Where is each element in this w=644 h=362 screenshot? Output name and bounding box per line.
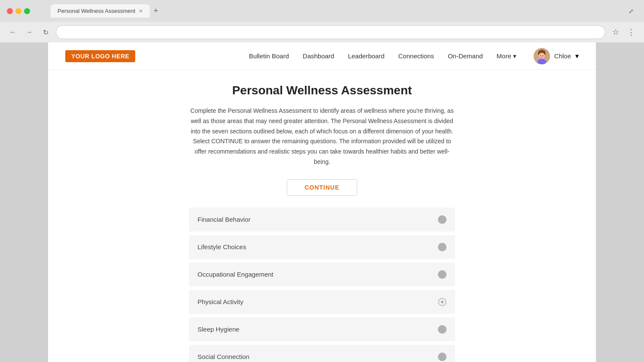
section-list: Financial Behavior Lifestyle Choices Occ…: [189, 208, 455, 362]
minimize-window-button[interactable]: [15, 8, 21, 14]
address-bar[interactable]: [56, 25, 605, 39]
user-area[interactable]: Chloe ▾: [534, 48, 579, 64]
svg-point-5: [542, 55, 543, 56]
tab-close-button[interactable]: ✕: [139, 8, 143, 14]
logo-area: YOUR LOGO HERE: [65, 50, 135, 62]
section-status-indicator: [438, 243, 447, 251]
logo: YOUR LOGO HERE: [65, 50, 135, 62]
browser-tab[interactable]: Personal Wellness Assessment ✕: [51, 4, 150, 18]
close-window-button[interactable]: [7, 8, 13, 14]
nav-links: Bulletin Board Dashboard Leaderboard Con…: [249, 52, 516, 60]
maximize-window-button[interactable]: [24, 8, 30, 14]
nav-connections[interactable]: Connections: [398, 52, 434, 60]
browser-titlebar: Personal Wellness Assessment ✕ + ⤢: [0, 0, 644, 22]
section-financial-behavior[interactable]: Financial Behavior: [189, 208, 455, 232]
continue-btn-wrap: CONTINUE: [189, 179, 455, 196]
section-sleep-hygiene[interactable]: Sleep Hygiene: [189, 317, 455, 341]
section-status-indicator: [438, 353, 447, 361]
browser-chrome: Personal Wellness Assessment ✕ + ⤢ ← → ↻…: [0, 0, 644, 42]
section-physical-activity[interactable]: Physical Activity: [189, 290, 455, 314]
back-button[interactable]: ←: [7, 26, 19, 38]
page-title: Personal Wellness Assessment: [189, 84, 455, 97]
user-name: Chloe: [554, 52, 571, 60]
avatar: [534, 48, 550, 64]
section-status-indicator: [438, 270, 447, 279]
section-label: Financial Behavior: [197, 216, 250, 223]
nav-dashboard[interactable]: Dashboard: [303, 52, 334, 60]
forward-button[interactable]: →: [23, 26, 35, 38]
section-label: Social Connection: [197, 353, 249, 360]
section-label: Physical Activity: [197, 298, 243, 305]
page-content: Personal Wellness Assessment Complete th…: [172, 70, 472, 362]
nav-bulletin-board[interactable]: Bulletin Board: [249, 52, 289, 60]
section-occupational-engagement[interactable]: Occupational Engagement: [189, 262, 455, 287]
nav-on-demand[interactable]: On-Demand: [448, 52, 483, 60]
section-label: Occupational Engagement: [197, 271, 273, 278]
user-dropdown-icon: ▾: [575, 52, 579, 60]
continue-button[interactable]: CONTINUE: [287, 179, 357, 196]
nav-leaderboard[interactable]: Leaderboard: [348, 52, 384, 60]
svg-point-4: [540, 55, 541, 56]
refresh-button[interactable]: ↻: [39, 26, 52, 38]
section-lifestyle-choices[interactable]: Lifestyle Choices: [189, 235, 455, 259]
toolbar-actions: ☆ ⋮: [610, 26, 637, 38]
tab-title: Personal Wellness Assessment: [58, 8, 135, 14]
section-label: Sleep Hygiene: [197, 326, 240, 333]
browser-toolbar: ← → ↻ ☆ ⋮: [0, 22, 644, 42]
expand-icon[interactable]: ⤢: [625, 5, 637, 17]
menu-icon[interactable]: ⋮: [625, 26, 637, 38]
section-label: Lifestyle Choices: [197, 243, 246, 250]
section-status-indicator-active: [438, 298, 447, 306]
new-tab-button[interactable]: +: [150, 5, 162, 17]
svg-point-2: [539, 53, 545, 59]
bookmark-icon[interactable]: ☆: [610, 26, 622, 38]
app-nav: YOUR LOGO HERE Bulletin Board Dashboard …: [48, 42, 596, 70]
page-description: Complete the Personal Wellness Assessmen…: [189, 106, 455, 167]
section-status-indicator: [438, 215, 447, 224]
nav-more[interactable]: More ▾: [497, 52, 516, 60]
chevron-down-icon: ▾: [513, 52, 516, 60]
traffic-lights: [7, 8, 30, 14]
app-window: YOUR LOGO HERE Bulletin Board Dashboard …: [48, 42, 596, 362]
section-status-indicator: [438, 325, 447, 334]
section-social-connection[interactable]: Social Connection: [189, 345, 455, 362]
